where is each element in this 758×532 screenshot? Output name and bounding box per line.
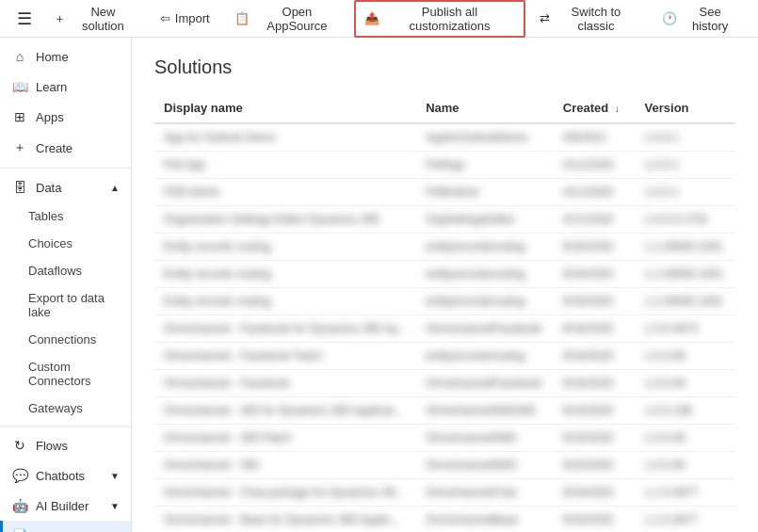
sidebar-item-chatbots[interactable]: 💬 Chatbots ▼ <box>0 460 131 491</box>
switch-classic-button[interactable]: ⇄ Switch to classic <box>529 0 649 38</box>
cell-version: 1.1.00000.1001 <box>636 234 735 261</box>
plus-icon: ＋ <box>54 10 66 27</box>
cell-display-name: Entity records routing <box>154 261 416 288</box>
sidebar-item-solutions[interactable]: 📄 Solutions <box>0 521 131 532</box>
sidebar-item-learn[interactable]: 📖 Learn <box>0 72 131 102</box>
table-row[interactable]: Poll App PollApp 4/11/2020 1.0.0.1 <box>154 152 735 179</box>
table-row[interactable]: Omnichannel - Facebook for Dynamics 365 … <box>154 315 735 343</box>
cell-version: 1.0.0.1 <box>636 123 735 152</box>
open-appsource-button[interactable]: 📋 Open AppSource <box>224 0 351 38</box>
solutions-icon: 📄 <box>11 528 28 532</box>
table-row[interactable]: P2B Admin P2BAdmin 4/11/2020 1.0.0.1 <box>154 179 735 206</box>
hamburger-icon[interactable]: ☰ <box>9 0 40 38</box>
cell-created: 9/16/2020 <box>554 452 636 479</box>
cell-display-name: Omnichannel - Facebook <box>154 370 416 397</box>
table-row[interactable]: Entity records routing entityrecordsrout… <box>154 288 735 315</box>
sort-arrow-icon: ↓ <box>615 104 620 114</box>
table-row[interactable]: Omnichannel - Chat package for Dynamics … <box>154 479 735 507</box>
sidebar-item-gateways[interactable]: Gateways <box>0 395 131 422</box>
cell-version: 1.0.0.1 <box>636 152 735 179</box>
page-title: Solutions <box>154 56 735 78</box>
cell-name: OmnichannelFacebook <box>416 315 554 343</box>
col-header-name[interactable]: Name <box>416 93 554 123</box>
sidebar-item-custom-connectors[interactable]: Custom Connectors <box>0 353 131 395</box>
cell-created: 9/16/2020 <box>554 370 636 397</box>
history-icon: 🕐 <box>662 11 677 25</box>
cell-name: OmnichannelSMS365 <box>416 397 554 425</box>
cell-name: entityrecordsrouting <box>416 343 554 370</box>
sidebar-item-tables[interactable]: Tables <box>0 202 131 230</box>
ai-builder-chevron-icon: ▼ <box>110 501 120 511</box>
import-button[interactable]: ⇦ Import <box>150 7 220 30</box>
col-header-version[interactable]: Version <box>636 93 735 123</box>
cell-name: entityrecordsrouting <box>416 261 554 288</box>
divider-1 <box>0 168 131 169</box>
table-row[interactable]: Omnichannel - Facebook Patch entityrecor… <box>154 343 735 370</box>
col-header-created[interactable]: Created ↓ <box>554 93 636 123</box>
cell-version: 1.0.0.06 <box>636 370 735 397</box>
cell-created: 4/11/2020 <box>554 179 636 206</box>
cell-name: OmnichannelBase <box>416 507 554 533</box>
table-row[interactable]: Omnichannel - 365 OmnichannelSMS 9/16/20… <box>154 452 735 479</box>
cell-name: OmnichannelFacebook <box>416 370 554 397</box>
cell-version: 1.0.0.06 <box>636 343 735 370</box>
solutions-table: Display name Name Created ↓ Version App <box>154 93 735 532</box>
cell-display-name: Omnichannel - 365 Patch <box>154 425 416 452</box>
cell-created: 4/11/2020 <box>554 206 636 234</box>
table-row[interactable]: Entity records routing entityrecordsrout… <box>154 261 735 288</box>
table-row[interactable]: Omnichannel - 365 Patch OmnichannelSMS 9… <box>154 425 735 452</box>
chatbots-icon: 💬 <box>11 468 28 483</box>
top-bar: ☰ ＋ New solution ⇦ Import 📋 Open AppSour… <box>0 0 758 38</box>
sidebar-item-ai-builder[interactable]: 🤖 AI Builder ▼ <box>0 491 131 521</box>
cell-version: 1.0.0.1 <box>636 179 735 206</box>
cell-version: 1.1.00000.1001 <box>636 261 735 288</box>
new-solution-button[interactable]: ＋ New solution <box>43 0 146 38</box>
layout: ⌂ Home 📖 Learn ⊞ Apps ＋ Create 🗄 Data ▲ … <box>0 38 758 532</box>
cell-created: 9/16/2020 <box>554 425 636 452</box>
sidebar-item-choices[interactable]: Choices <box>0 230 131 257</box>
cell-version: 1.0.0.4873 <box>636 315 735 343</box>
col-header-display-name[interactable]: Display name <box>154 93 416 123</box>
cell-version: 1.0.0.198 <box>636 397 735 425</box>
cell-display-name: Poll App <box>154 152 416 179</box>
sidebar-item-create[interactable]: ＋ Create <box>0 132 131 164</box>
sidebar-item-connections[interactable]: Connections <box>0 326 131 353</box>
cell-name: P2BAdmin <box>416 179 554 206</box>
learn-icon: 📖 <box>11 79 28 94</box>
cell-name: AppforOutlookDemo <box>416 123 554 152</box>
cell-created: 4/8/2021 <box>554 123 636 152</box>
sidebar-item-home[interactable]: ⌂ Home <box>0 41 131 72</box>
create-icon: ＋ <box>11 139 28 156</box>
cell-display-name: Entity records routing <box>154 288 416 315</box>
see-history-button[interactable]: 🕐 See history <box>652 0 749 38</box>
cell-created: 9/16/2020 <box>554 315 636 343</box>
sidebar-item-flows[interactable]: ↻ Flows <box>0 430 131 460</box>
home-icon: ⌂ <box>11 49 28 64</box>
cell-created: 9/16/2020 <box>554 343 636 370</box>
import-icon: ⇦ <box>160 11 170 25</box>
sidebar-item-export[interactable]: Export to data lake <box>0 284 131 326</box>
sidebar-item-dataflows[interactable]: Dataflows <box>0 257 131 284</box>
cell-display-name: Omnichannel - 365 <box>154 452 416 479</box>
cell-created: 9/16/2020 <box>554 507 636 533</box>
publish-all-button[interactable]: 📤 Publish all customizations <box>354 0 524 38</box>
cell-version: 1.1.00000.1001 <box>636 288 735 315</box>
cell-name: PollApp <box>416 152 554 179</box>
sidebar-item-apps[interactable]: ⊞ Apps <box>0 102 131 132</box>
cell-name: entityrecordsrouting <box>416 234 554 261</box>
table-row[interactable]: Omnichannel - Facebook OmnichannelFacebo… <box>154 370 735 397</box>
cell-display-name: Omnichannel - Facebook Patch <box>154 343 416 370</box>
table-row[interactable]: Organization Settings Editor Dynamics 36… <box>154 206 735 234</box>
cell-name: OmnichannelSMS <box>416 452 554 479</box>
cell-version: 1.0.0.0.1753 <box>636 206 735 234</box>
table-row[interactable]: Omnichannel - Base for Dynamics 365 Appl… <box>154 507 735 533</box>
cell-created: 9/16/2020 <box>554 234 636 261</box>
table-row[interactable]: Entity records routing entityrecordsrout… <box>154 234 735 261</box>
cell-created: 9/16/2020 <box>554 397 636 425</box>
apps-icon: ⊞ <box>11 109 28 124</box>
cell-display-name: App for Outlook Demo <box>154 123 416 152</box>
sidebar-item-data[interactable]: 🗄 Data ▲ <box>0 172 131 202</box>
cell-created: 9/16/2020 <box>554 288 636 315</box>
table-row[interactable]: Omnichannel - 365 for Dynamics 365 Appli… <box>154 397 735 425</box>
table-row[interactable]: App for Outlook Demo AppforOutlookDemo 4… <box>154 123 735 152</box>
